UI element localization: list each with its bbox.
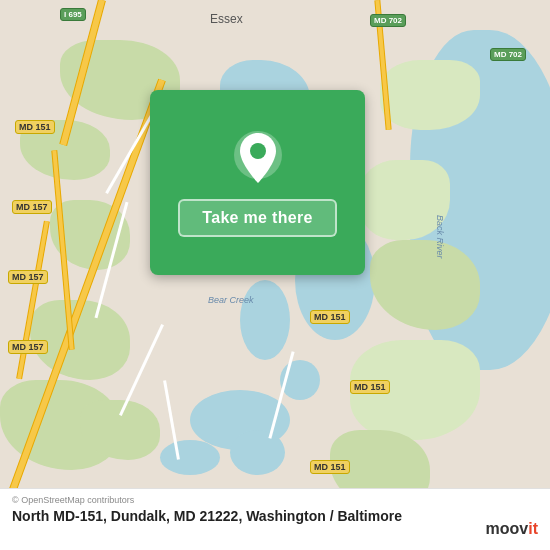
moovit-logo: moovit bbox=[486, 520, 538, 538]
take-me-there-button[interactable]: Take me there bbox=[178, 199, 336, 237]
svg-point-1 bbox=[250, 143, 266, 159]
road-label-md157b: MD 157 bbox=[8, 270, 48, 284]
road-label-md702a: MD 702 bbox=[370, 14, 406, 27]
road-label-md151c: MD 151 bbox=[350, 380, 390, 394]
road-label-md151d: MD 151 bbox=[310, 460, 350, 474]
back-river-label: Back River bbox=[435, 215, 445, 259]
bear-creek-label: Bear Creek bbox=[208, 295, 254, 305]
footer: © OpenStreetMap contributors North MD-15… bbox=[0, 488, 550, 550]
road-label-md702b: MD 702 bbox=[490, 48, 526, 61]
essex-label: Essex bbox=[210, 12, 243, 26]
map-area[interactable]: I 695 MD 702 MD 702 MD 151 MD 151 MD 151… bbox=[0, 0, 550, 488]
footer-attribution: © OpenStreetMap contributors bbox=[12, 495, 538, 505]
footer-title: North MD-151, Dundalk, MD 21222, Washing… bbox=[12, 507, 538, 525]
road-label-md151a: MD 151 bbox=[15, 120, 55, 134]
footer-logo-row: moovit bbox=[486, 520, 538, 538]
app: I 695 MD 702 MD 702 MD 151 MD 151 MD 151… bbox=[0, 0, 550, 550]
road-label-md157c: MD 157 bbox=[8, 340, 48, 354]
pin-icon bbox=[232, 129, 284, 189]
map-background: I 695 MD 702 MD 702 MD 151 MD 151 MD 151… bbox=[0, 0, 550, 488]
popup-overlay: Take me there bbox=[150, 90, 365, 275]
road-label-i695: I 695 bbox=[60, 8, 86, 21]
road-label-md151b: MD 151 bbox=[310, 310, 350, 324]
road-label-md157a: MD 157 bbox=[12, 200, 52, 214]
moovit-accent: it bbox=[528, 520, 538, 537]
